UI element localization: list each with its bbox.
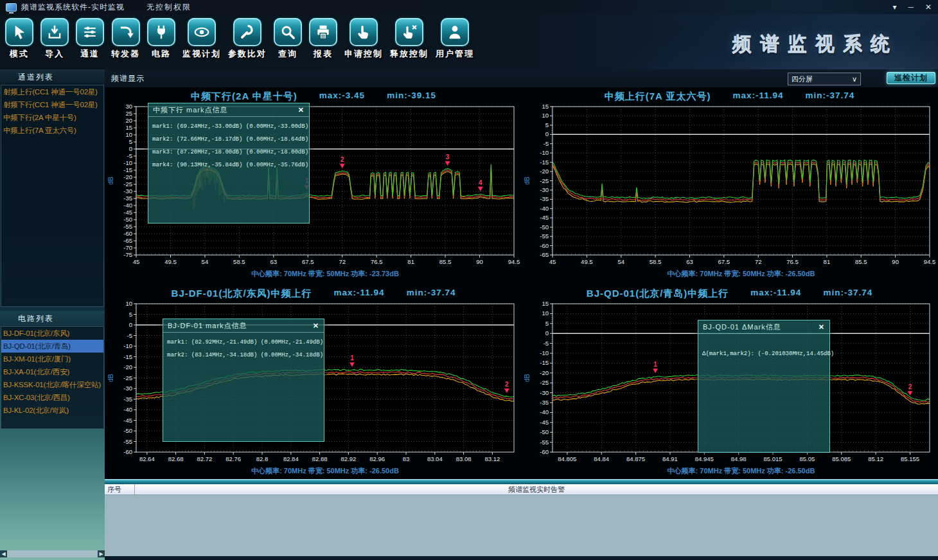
layout-select[interactable]: 四分屏 ∨ bbox=[788, 73, 861, 85]
patrol-plan-button[interactable]: 巡检计划 bbox=[887, 72, 935, 84]
svg-text:5: 5 bbox=[129, 138, 132, 145]
svg-text:83: 83 bbox=[403, 455, 410, 462]
mode-button[interactable]: 模式 bbox=[5, 18, 33, 60]
svg-text:-40: -40 bbox=[123, 406, 132, 413]
import-button[interactable]: 导入 bbox=[40, 18, 69, 60]
channel-item[interactable]: 中频上行(7A 亚太六号) bbox=[1, 124, 103, 137]
svg-text:67.5: 67.5 bbox=[302, 258, 314, 265]
release-control-label: 释放控制 bbox=[390, 48, 429, 60]
mark-info-popup[interactable]: BJ-DF-01 mark点信息✕mark1: (82.92MHz,-21.49… bbox=[163, 319, 324, 442]
svg-text:58.5: 58.5 bbox=[650, 258, 662, 265]
svg-text:1: 1 bbox=[350, 354, 354, 362]
svg-text:-35: -35 bbox=[123, 195, 132, 202]
svg-text:-60: -60 bbox=[540, 242, 549, 249]
svg-text:10: 10 bbox=[125, 131, 132, 138]
svg-text:-75: -75 bbox=[123, 251, 132, 258]
svg-text:-45: -45 bbox=[540, 214, 549, 221]
circuit-item[interactable]: BJ-XM-01(北京/厦门) bbox=[1, 353, 103, 365]
sidebar-scrollbar[interactable]: ◀ ▶ bbox=[0, 550, 105, 557]
channel-button[interactable]: 通道 bbox=[76, 18, 104, 60]
svg-text:-65: -65 bbox=[540, 251, 549, 258]
eye-icon bbox=[188, 18, 216, 46]
svg-text:-45: -45 bbox=[123, 209, 132, 216]
close-icon[interactable]: ✕ bbox=[819, 323, 825, 331]
svg-text:-35: -35 bbox=[540, 195, 549, 202]
svg-text:4: 4 bbox=[479, 179, 482, 186]
close-button[interactable]: ✕ bbox=[925, 0, 932, 14]
svg-text:-40: -40 bbox=[123, 202, 132, 209]
channel-item[interactable]: 射频上行(CC1 神通一号02星) bbox=[1, 85, 103, 98]
forward-arrow-icon bbox=[112, 18, 140, 46]
report-label: 报表 bbox=[314, 48, 333, 60]
svg-text:-20: -20 bbox=[123, 173, 132, 180]
chart-footer: 中心频率: 70MHz 带宽: 50MHz 功率: -26.50dB bbox=[668, 467, 815, 475]
mode-label: 模式 bbox=[10, 48, 29, 60]
monitor-plan-button[interactable]: 监视计划 bbox=[182, 18, 221, 60]
svg-text:-5: -5 bbox=[127, 152, 132, 159]
circuit-item[interactable]: BJ-KSSK-01(北京/喀什深空站) bbox=[1, 378, 103, 391]
splitter-bar[interactable] bbox=[105, 479, 938, 484]
svg-text:82.92: 82.92 bbox=[341, 455, 357, 462]
user-manage-button[interactable]: 用户管理 bbox=[436, 18, 474, 60]
hand-pointer-icon bbox=[350, 18, 378, 46]
spectrum-chart-panel[interactable]: 中频上行(7A 亚太六号)max:-11.94min:-37.74-65-60-… bbox=[523, 87, 936, 282]
svg-text:-25: -25 bbox=[540, 379, 549, 386]
transponder-button[interactable]: 转发器 bbox=[111, 18, 140, 60]
svg-text:82.68: 82.68 bbox=[168, 455, 184, 462]
release-control-button[interactable]: 释放控制 bbox=[390, 18, 429, 60]
circuit-item[interactable]: BJ-DF-01(北京/东风) bbox=[1, 327, 103, 340]
sliders-icon bbox=[76, 18, 104, 46]
channel-list: 射频上行(CC1 神通一号02星)射频下行(CC1 神通一号02星)中频下行(2… bbox=[1, 85, 104, 307]
cursor-icon bbox=[5, 18, 33, 46]
close-icon[interactable]: ✕ bbox=[298, 106, 305, 114]
svg-text:2: 2 bbox=[505, 381, 509, 388]
svg-text:83.08: 83.08 bbox=[456, 455, 472, 462]
svg-text:15: 15 bbox=[542, 103, 549, 110]
circuit-item[interactable]: BJ-XC-03(北京/西昌) bbox=[1, 391, 103, 404]
svg-text:90: 90 bbox=[476, 258, 483, 265]
spectrum-chart-panel[interactable]: 中频下行(2A 中星十号)max:-3.45min:-39.15-75-70-6… bbox=[107, 87, 520, 282]
report-button[interactable]: 报表 bbox=[309, 18, 337, 60]
popup-row: mark2: (72.66MHz,-18.17dB) (0.00MHz,-18.… bbox=[152, 136, 305, 143]
circuit-item[interactable]: BJ-XA-01(北京/西安) bbox=[1, 365, 103, 378]
popup-title: 中频下行 mark点信息 bbox=[153, 105, 228, 115]
import-icon bbox=[40, 18, 69, 46]
mark-info-popup[interactable]: 中频下行 mark点信息✕mark1: (69.24MHz,-33.00dB) … bbox=[148, 103, 310, 223]
svg-text:-55: -55 bbox=[123, 223, 132, 230]
svg-text:-10: -10 bbox=[123, 159, 132, 166]
close-icon[interactable]: ✕ bbox=[313, 322, 319, 330]
param-compare-button[interactable]: 参数比对 bbox=[228, 18, 267, 60]
svg-text:58.5: 58.5 bbox=[233, 258, 245, 265]
query-button[interactable]: 查询 bbox=[274, 18, 302, 60]
magnifier-icon bbox=[274, 18, 302, 46]
minimize-button[interactable]: ─ bbox=[908, 0, 914, 14]
svg-text:84.98: 84.98 bbox=[731, 455, 747, 462]
svg-text:84.805: 84.805 bbox=[558, 455, 576, 462]
scroll-left-icon[interactable]: ◀ bbox=[0, 550, 7, 557]
svg-text:82.88: 82.88 bbox=[312, 455, 328, 462]
channel-item[interactable]: 射频下行(CC1 神通一号02星) bbox=[1, 98, 103, 111]
mark-info-popup[interactable]: BJ-QD-01 ΔMark信息✕Δ(mark1,mark2): (-0.201… bbox=[698, 320, 830, 453]
spectrum-chart-panel[interactable]: BJ-DF-01(北京/东风)中频上行max:-11.94min:-37.74-… bbox=[107, 284, 520, 479]
menu-button[interactable]: ▾ bbox=[892, 0, 896, 14]
svg-text:54: 54 bbox=[202, 258, 209, 265]
svg-text:0: 0 bbox=[545, 130, 549, 137]
svg-text:82.84: 82.84 bbox=[283, 455, 299, 462]
svg-text:85.5: 85.5 bbox=[439, 258, 452, 265]
circuit-button[interactable]: 电路 bbox=[147, 18, 175, 60]
query-label: 查询 bbox=[278, 48, 297, 60]
spectrum-chart-panel[interactable]: BJ-QD-01(北京/青岛)中频上行max:-11.94min:-37.74-… bbox=[523, 284, 936, 479]
svg-text:76.5: 76.5 bbox=[371, 258, 383, 265]
scroll-right-icon[interactable]: ▶ bbox=[98, 550, 105, 557]
chart-grid: 中频下行(2A 中星十号)max:-3.45min:-39.15-75-70-6… bbox=[105, 87, 938, 479]
channel-list-header: 通道列表 bbox=[0, 69, 105, 85]
circuit-item[interactable]: BJ-QD-01(北京/青岛) bbox=[1, 340, 103, 353]
svg-text:85.5: 85.5 bbox=[855, 258, 867, 265]
user-manage-label: 用户管理 bbox=[436, 48, 474, 60]
circuit-item[interactable]: BJ-KL-02(北京/岢岚) bbox=[1, 404, 103, 417]
svg-text:85.085: 85.085 bbox=[832, 455, 851, 462]
svg-text:-10: -10 bbox=[540, 149, 549, 156]
request-control-button[interactable]: 申请控制 bbox=[344, 18, 383, 60]
tab-spectrum-display[interactable]: 频谱显示 bbox=[111, 73, 145, 84]
channel-item[interactable]: 中频下行(2A 中星十号) bbox=[1, 111, 103, 124]
